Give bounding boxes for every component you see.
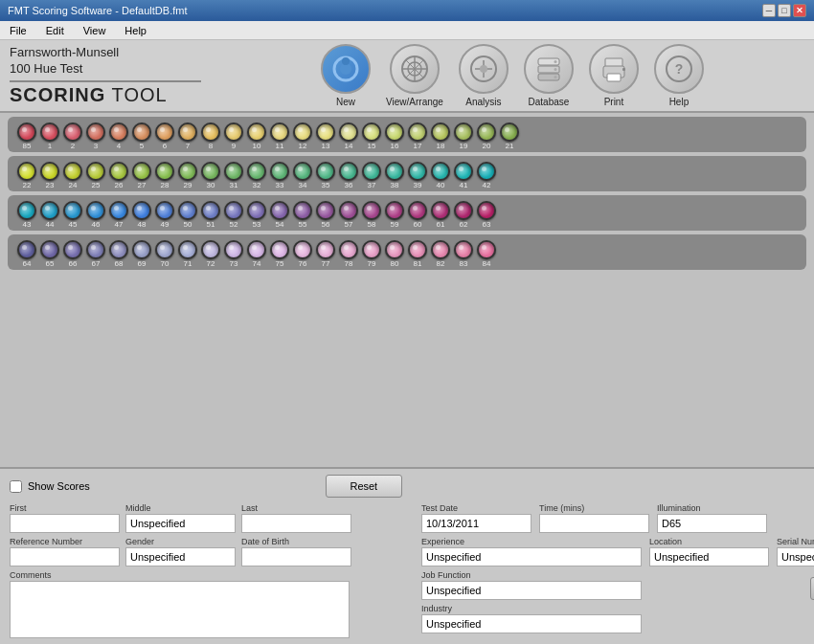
cap-container[interactable]: 43 [15,201,38,229]
cap-65[interactable] [40,240,59,259]
analysis-button[interactable]: Analysis [459,44,509,107]
cap-container[interactable]: 30 [199,162,222,189]
cap-25[interactable] [86,162,105,181]
cap-71[interactable] [178,240,197,259]
cap-7[interactable] [178,122,197,142]
cap-2[interactable] [63,122,82,142]
menu-view[interactable]: View [78,24,112,37]
cap-19[interactable] [454,122,473,142]
cap-9[interactable] [224,122,243,142]
cap-container[interactable]: 81 [406,240,429,268]
cap-8[interactable] [201,122,220,142]
cap-44[interactable] [40,201,59,220]
cap-28[interactable] [155,162,174,181]
cap-container[interactable]: 74 [245,240,268,268]
time-input[interactable] [539,514,649,533]
cap-69[interactable] [132,240,151,259]
cap-75[interactable] [270,240,289,259]
cap-container[interactable]: 62 [452,201,475,229]
cap-82[interactable] [431,240,450,259]
cap-container[interactable]: 64 [15,240,38,268]
cap-57[interactable] [339,201,358,220]
cap-63[interactable] [477,201,496,220]
cap-1[interactable] [40,122,59,142]
cap-container[interactable]: 8 [199,122,222,150]
cap-container[interactable]: 13 [314,122,337,150]
cap-66[interactable] [63,240,82,259]
cap-container[interactable]: 15 [360,122,383,150]
cap-42[interactable] [477,162,496,181]
testdate-input[interactable] [421,514,531,533]
cap-container[interactable]: 18 [429,122,452,150]
cap-container[interactable]: 51 [199,201,222,229]
illumination-input[interactable] [657,514,767,533]
cap-container[interactable]: 17 [406,122,429,150]
maximize-button[interactable]: □ [778,4,791,17]
cap-container[interactable]: 70 [153,240,176,268]
cap-79[interactable] [362,240,381,259]
last-input[interactable] [241,514,351,533]
show-scores-checkbox[interactable] [10,480,22,493]
industry-input[interactable] [421,614,642,633]
cap-container[interactable]: 58 [360,201,383,229]
close-button[interactable]: ✕ [793,4,806,17]
cap-container[interactable]: 16 [383,122,406,150]
gender-input[interactable] [125,547,236,566]
cap-76[interactable] [293,240,312,259]
cap-23[interactable] [40,162,59,181]
cap-container[interactable]: 33 [268,162,291,189]
cap-container[interactable]: 85 [15,122,38,150]
cap-container[interactable]: 65 [38,240,61,268]
view-arrange-button[interactable]: View/Arrange [386,44,443,107]
cap-container[interactable]: 73 [222,240,245,268]
cap-container[interactable]: 44 [38,201,61,229]
cap-3[interactable] [86,122,105,142]
cap-container[interactable]: 4 [107,122,130,150]
cap-46[interactable] [86,201,105,220]
cap-38[interactable] [385,162,404,181]
cap-10[interactable] [247,122,266,142]
cap-container[interactable]: 68 [107,240,130,268]
cap-55[interactable] [293,201,312,220]
cap-41[interactable] [454,162,473,181]
cap-22[interactable] [17,162,36,181]
cap-81[interactable] [408,240,427,259]
cap-67[interactable] [86,240,105,259]
cap-container[interactable]: 41 [452,162,475,189]
menu-file[interactable]: File [4,24,33,37]
print-button[interactable]: Print [589,44,639,107]
cap-container[interactable]: 46 [84,201,107,229]
cap-43[interactable] [17,201,36,220]
cap-13[interactable] [316,122,335,142]
cap-container[interactable]: 3 [84,122,107,150]
first-input[interactable] [10,514,120,533]
cap-container[interactable]: 45 [61,201,84,229]
cap-58[interactable] [362,201,381,220]
cap-container[interactable]: 38 [383,162,406,189]
jobfunction-input[interactable] [421,581,642,600]
cap-container[interactable]: 72 [199,240,222,268]
cap-49[interactable] [155,201,174,220]
cap-62[interactable] [454,201,473,220]
cap-container[interactable]: 21 [498,122,521,150]
cap-78[interactable] [339,240,358,259]
menu-edit[interactable]: Edit [40,24,70,37]
cap-container[interactable]: 40 [429,162,452,189]
cap-container[interactable]: 42 [475,162,498,189]
cap-54[interactable] [270,201,289,220]
cap-6[interactable] [155,122,174,142]
middle-input[interactable] [125,514,236,533]
cap-container[interactable]: 29 [176,162,199,189]
cap-container[interactable]: 37 [360,162,383,189]
cap-30[interactable] [201,162,220,181]
cap-container[interactable]: 9 [222,122,245,150]
cap-35[interactable] [316,162,335,181]
cap-container[interactable]: 11 [268,122,291,150]
cap-45[interactable] [63,201,82,220]
cap-container[interactable]: 54 [268,201,291,229]
help-button[interactable]: ? Help [654,44,704,107]
cap-container[interactable]: 69 [130,240,153,268]
cap-34[interactable] [293,162,312,181]
cap-27[interactable] [132,162,151,181]
new-button[interactable]: New [321,44,371,107]
